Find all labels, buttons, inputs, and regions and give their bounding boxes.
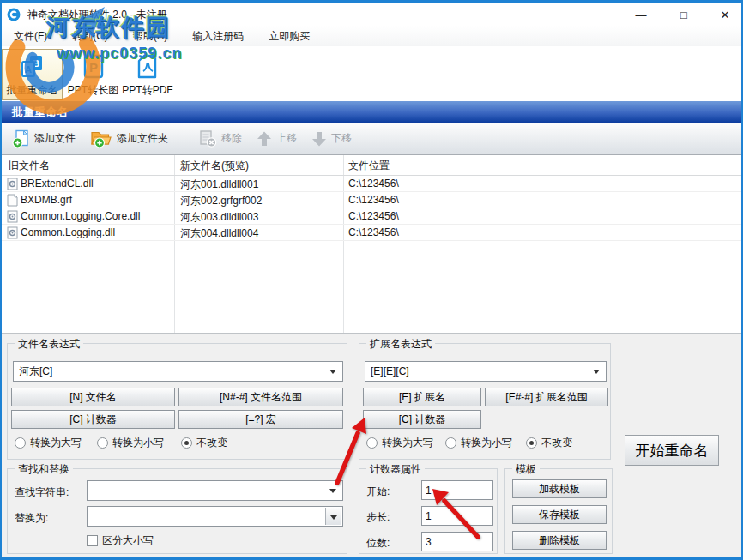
replace-with-combobox[interactable] [87, 506, 343, 527]
table-row[interactable]: Common.Logging.Core.dll 河东003.dlldll003 … [2, 208, 741, 225]
group-find-replace: 查找和替换 查找字符串: 替换为: 区分大小写 [7, 468, 347, 554]
case-sensitive-checkbox[interactable]: 区分大小写 [87, 533, 154, 548]
chevron-down-icon [329, 489, 336, 493]
chevron-down-icon [593, 370, 600, 374]
insert-filename-range-button[interactable]: [N#-#] 文件名范围 [178, 388, 343, 406]
tab-ppt-to-long-image[interactable]: P PPT转长图 [65, 49, 121, 100]
remove-button[interactable]: 移除 [197, 129, 242, 148]
add-file-icon [12, 129, 31, 148]
radio-label: 不改变 [196, 436, 227, 450]
menu-file[interactable]: 文件(F) [9, 27, 52, 46]
counter-start-label: 开始: [366, 485, 390, 499]
insert-counter-button[interactable]: [C] 计数器 [11, 410, 175, 429]
replace-with-label: 替换为: [15, 511, 48, 526]
cell-location: C:\123456\ [348, 194, 399, 206]
add-file-button[interactable]: 添加文件 [12, 129, 76, 148]
cell-old-name: BXDMB.grf [21, 194, 72, 206]
radio-label: 转换为小写 [461, 436, 512, 450]
filename-expression-value: 河东[C] [19, 364, 52, 379]
tab-ppt-to-pdf[interactable]: PPT转PDF [121, 49, 174, 100]
cell-old-name: Common.Logging.dll [21, 226, 115, 238]
title-bar: 神奇文档处理软件 2.0 - 未注册 — □ ✕ [2, 3, 741, 26]
radio-label: 转换为小写 [112, 436, 164, 450]
menu-register-code[interactable]: 输入注册码 [187, 27, 249, 46]
filename-expression-combobox[interactable]: 河东[C] [13, 361, 343, 382]
counter-step-label: 步长: [366, 510, 390, 525]
cell-old-name: Common.Logging.Core.dll [21, 210, 140, 222]
table-row[interactable]: BRExtendCL.dll 河东001.dlldll001 C:\123456… [2, 176, 741, 192]
radio-filename-uppercase[interactable]: 转换为大写 [15, 436, 82, 450]
dll-file-icon [7, 210, 18, 223]
menu-bar: 文件(F) 转到(G) 帮助(H) 输入注册码 立即购买 [2, 26, 741, 46]
menu-help[interactable]: 帮助(H) [128, 27, 173, 46]
generic-file-icon [7, 194, 18, 207]
radio-icon [445, 437, 456, 449]
group-title: 模板 [512, 462, 540, 477]
insert-macro-button[interactable]: [=?] 宏 [178, 410, 343, 429]
column-header-location[interactable]: 文件位置 [348, 159, 390, 173]
column-header-old-name[interactable]: 旧文件名 [9, 159, 50, 173]
counter-digits-input[interactable] [421, 532, 493, 551]
radio-extension-nochange[interactable]: 不改变 [526, 436, 572, 450]
group-filename-expression: 文件名表达式 河东[C] [N] 文件名 [N#-#] 文件名范围 [C] 计数… [7, 343, 347, 460]
list-action-toolbar: 添加文件 添加文件夹 移除 上移 [2, 123, 741, 155]
up-arrow-icon [256, 130, 273, 148]
table-row[interactable]: BXDMB.grf 河东002.grfgrf002 C:\123456\ [2, 192, 741, 208]
find-string-combobox[interactable] [87, 480, 343, 501]
dropdown-button[interactable] [325, 508, 341, 525]
move-down-button[interactable]: 下移 [311, 130, 352, 148]
radio-label: 转换为大写 [382, 436, 433, 450]
minimize-button[interactable]: — [626, 3, 655, 26]
counter-digits-label: 位数: [366, 536, 390, 551]
radio-filename-lowercase[interactable]: 转换为小写 [97, 436, 164, 450]
remove-label: 移除 [221, 131, 242, 146]
dll-file-icon [7, 226, 18, 239]
save-template-button[interactable]: 保存模板 [512, 505, 607, 524]
cell-location: C:\123456\ [348, 210, 399, 222]
counter-step-input[interactable] [421, 506, 493, 526]
cell-new-name: 河东002.grfgrf002 [180, 194, 262, 208]
cell-location: C:\123456\ [348, 178, 399, 190]
radio-icon [97, 437, 108, 449]
radio-icon-selected [526, 437, 537, 449]
counter-start-input[interactable] [421, 480, 493, 500]
checkbox-label: 区分大小写 [102, 533, 154, 548]
start-rename-button[interactable]: 开始重命名 [625, 435, 719, 466]
close-button[interactable]: ✕ [710, 3, 740, 26]
group-template: 模板 加载模板 保存模板 删除模板 [504, 468, 613, 554]
cell-new-name: 河东003.dlldll003 [180, 210, 258, 225]
file-list-table[interactable]: 旧文件名 新文件名(预览) 文件位置 BRExtendCL.dll 河东001.… [2, 155, 741, 333]
tab-batch-rename[interactable]: B A 批量重命名 [2, 49, 63, 100]
tab-label: 批量重命名 [7, 83, 58, 98]
svg-text:A: A [25, 64, 32, 75]
move-up-button[interactable]: 上移 [256, 130, 297, 148]
insert-extension-range-button[interactable]: [E#-#] 扩展名范围 [485, 388, 608, 406]
insert-ext-counter-button[interactable]: [C] 计数器 [363, 410, 481, 429]
load-template-button[interactable]: 加载模板 [512, 479, 607, 498]
window-title: 神奇文档处理软件 2.0 - 未注册 [27, 8, 167, 22]
column-header-new-name[interactable]: 新文件名(预览) [180, 159, 249, 173]
checkbox-icon [87, 535, 98, 546]
add-folder-button[interactable]: 添加文件夹 [89, 129, 168, 148]
extension-expression-combobox[interactable]: [E][E][C] [365, 361, 607, 382]
table-row[interactable]: Common.Logging.dll 河东004.dlldll004 C:\12… [2, 225, 741, 241]
radio-extension-uppercase[interactable]: 转换为大写 [366, 436, 433, 450]
radio-icon [366, 437, 378, 449]
cell-location: C:\123456\ [348, 226, 399, 238]
chevron-down-icon [329, 370, 336, 374]
tab-label: PPT转PDF [122, 83, 172, 98]
menu-buy-now[interactable]: 立即购买 [263, 27, 315, 46]
group-extension-expression: 扩展名表达式 [E][E][C] [E] 扩展名 [E#-#] 扩展名范围 [C… [359, 343, 611, 460]
insert-extension-button[interactable]: [E] 扩展名 [363, 388, 481, 406]
radio-filename-nochange[interactable]: 不改变 [181, 436, 227, 450]
insert-filename-button[interactable]: [N] 文件名 [11, 388, 175, 406]
menu-goto[interactable]: 转到(G) [67, 27, 112, 46]
feature-tab-bar: B A 批量重命名 P PPT转长图 PPT转PDF [2, 46, 741, 101]
radio-extension-lowercase[interactable]: 转换为小写 [445, 436, 512, 450]
delete-template-button[interactable]: 删除模板 [512, 531, 607, 550]
chevron-down-icon [330, 515, 337, 520]
maximize-button[interactable]: □ [669, 3, 698, 26]
group-title: 计数器属性 [366, 462, 425, 477]
radio-label: 不改变 [541, 436, 572, 450]
ppt-long-image-icon: P [80, 53, 107, 81]
